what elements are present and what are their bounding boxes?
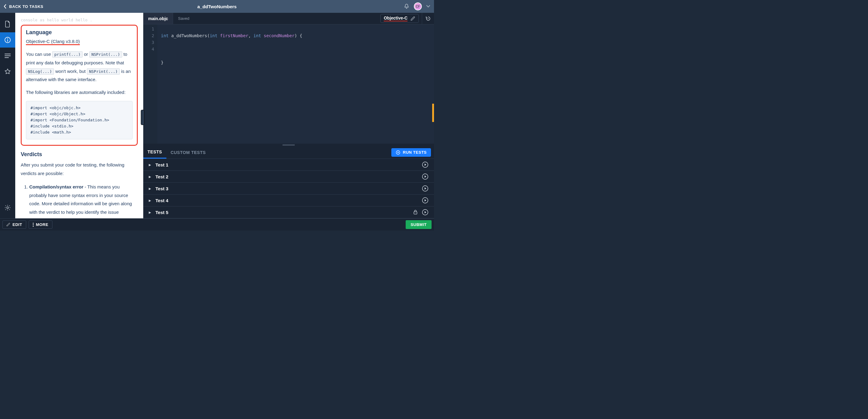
line-num: 4 [143,46,154,53]
run-tests-label: RUN TESTS [403,150,427,155]
more-button[interactable]: MORE [29,220,53,229]
rail-file[interactable] [0,17,15,32]
edit-label: EDIT [12,222,22,227]
test-row[interactable]: ▶Test 4 [143,194,434,206]
verdicts-intro: After you submit your code for testing, … [21,161,138,178]
description-panel[interactable]: console as hello world hello . Language … [15,13,143,218]
page-title: a_ddTwoNumbers [197,4,237,9]
play-circle-icon[interactable] [422,209,429,216]
svg-point-14 [33,226,33,227]
bottom-bar: EDIT MORE SUBMIT [0,218,434,231]
language-selector[interactable]: Objective-C [380,14,419,23]
test-row[interactable]: ▶Test 1 [143,159,434,171]
test-row[interactable]: ▶Test 3 [143,183,434,194]
triangle-right-icon: ▶ [149,175,151,178]
test-label: Test 3 [155,186,168,191]
svg-point-2 [7,38,8,39]
language-para-2: The following libraries are automaticall… [26,88,132,97]
tok: int [253,33,261,38]
rail-settings[interactable] [0,200,15,215]
tok: ) { [294,33,302,38]
tok: } [161,60,163,65]
test-row[interactable]: ▶Test 2 [143,171,434,183]
avatar-initials: CF [416,5,420,8]
submit-button[interactable]: SUBMIT [406,220,432,229]
rail-info[interactable] [0,32,15,48]
svg-point-12 [33,222,33,223]
file-name: main.objc [148,16,168,21]
tok: , [248,33,254,38]
play-circle-icon[interactable] [422,197,429,204]
language-section: Language Objective-C (Clang v3.8.0) You … [21,25,138,146]
t: You can use [26,52,52,57]
editor-bar: main.objc Saved Objective-C [143,13,434,24]
line-num: 3 [143,39,154,46]
tests-panel: TESTS CUSTOM TESTS RUN TESTS ▶Test 1▶Tes… [143,146,434,218]
play-circle-icon[interactable] [422,173,429,180]
left-rail [0,13,15,218]
rail-readme[interactable] [0,48,15,63]
play-circle-icon[interactable] [422,185,429,192]
test-row-actions [422,161,429,168]
line-num: 1 [143,26,154,32]
horizontal-splitter[interactable] [143,144,434,146]
printf-code: printf(...) [52,51,83,58]
language-heading: Language [26,29,132,36]
t: won't work, but [55,69,87,74]
triangle-right-icon: ▶ [149,211,151,214]
tests-tabs: TESTS CUSTOM TESTS RUN TESTS [143,146,434,159]
file-tab[interactable]: main.objc [143,13,173,24]
lock-icon [413,210,418,215]
run-tests-button[interactable]: RUN TESTS [391,148,431,157]
bell-icon[interactable] [404,3,410,9]
submit-label: SUBMIT [410,222,427,227]
verdicts-heading: Verdicts [21,151,138,158]
tok: int [210,33,217,38]
tab-custom-label: CUSTOM TESTS [171,150,206,155]
readme-icon [5,53,11,58]
header-right: CF [404,2,430,10]
code-editor[interactable]: 1 2 3 4 int a_ddTwoNumbers(int firstNumb… [143,24,434,144]
test-label: Test 5 [155,210,168,215]
chevron-down-icon[interactable] [426,5,430,8]
line-num: 2 [143,32,154,39]
pencil-icon [6,222,10,227]
tok: secondNumber [261,33,295,38]
code-area[interactable]: int a_ddTwoNumbers(int firstNumber, int … [157,24,434,144]
triangle-right-icon: ▶ [149,187,151,190]
star-icon [4,68,11,75]
tab-tests[interactable]: TESTS [143,146,166,158]
nslog-code: NSLog(...) [26,68,54,75]
language-selector-label: Objective-C [384,16,407,21]
language-para-1: You can use printf(...) or NSPrint(...) … [26,50,132,84]
test-row[interactable]: ▶Test 5 [143,206,434,218]
test-row-actions [422,185,429,192]
play-circle-icon[interactable] [422,161,429,168]
triangle-right-icon: ▶ [149,163,151,167]
triangle-right-icon: ▶ [149,199,151,202]
restore-button[interactable] [422,13,434,24]
includes-codeblock: #import <objc/objc.h> #import <objc/Obje… [26,101,132,140]
svg-point-4 [428,18,429,19]
line-gutter: 1 2 3 4 [143,24,157,144]
test-row-actions [422,173,429,180]
file-icon [5,21,11,27]
chevron-left-icon [4,4,7,8]
edit-button[interactable]: EDIT [2,220,26,229]
tok: int [161,33,168,38]
rail-star[interactable] [0,64,15,79]
restore-icon [425,16,431,22]
tok: firstNumber [217,33,248,38]
verdict-item-1-strong: Compilation/syntax error [29,184,84,189]
top-header: BACK TO TASKS a_ddTwoNumbers CF [0,0,434,13]
vertical-splitter[interactable] [141,110,145,125]
tab-custom-tests[interactable]: CUSTOM TESTS [166,146,210,158]
pencil-icon [410,16,415,21]
back-to-tasks-link[interactable]: BACK TO TASKS [4,4,43,9]
verdicts-list: Compilation/syntax error - This means yo… [21,183,138,216]
more-vertical-icon [33,222,34,227]
tok: ( [207,33,210,38]
file-status: Saved [173,16,194,21]
avatar[interactable]: CF [414,2,422,10]
test-label: Test 4 [155,198,168,203]
